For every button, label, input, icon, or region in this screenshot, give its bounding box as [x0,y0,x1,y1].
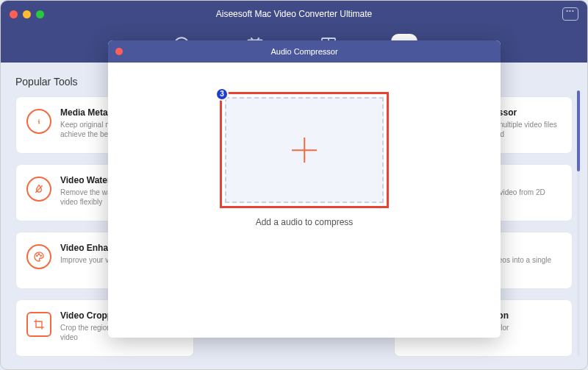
svg-point-5 [38,254,39,255]
feedback-icon[interactable] [562,7,578,21]
info-icon [26,109,51,134]
scrollbar-thumb[interactable] [577,90,580,171]
highlight-box: 3 [220,92,389,208]
drop-zone[interactable] [225,97,384,203]
main-titlebar: Aiseesoft Mac Video Converter Ultimate [1,1,587,27]
palette-icon [26,244,51,269]
drop-caption: Add a audio to compress [256,217,354,227]
svg-point-4 [37,255,37,256]
crop-icon [26,312,51,337]
step-badge: 3 [215,88,229,101]
modal-title: Audio Compressor [108,47,501,56]
window-title: Aiseesoft Mac Video Converter Ultimate [1,9,587,19]
modal-titlebar: Audio Compressor [108,40,501,63]
drop-area-wrapper: 3 [220,92,389,208]
scrollbar[interactable] [577,90,580,356]
plus-icon [292,138,317,163]
audio-compressor-modal: Audio Compressor 3 Add a audio to compre… [108,40,501,338]
droplet-slash-icon [26,177,51,202]
modal-body: 3 Add a audio to compress [108,63,501,227]
svg-point-6 [40,255,41,256]
